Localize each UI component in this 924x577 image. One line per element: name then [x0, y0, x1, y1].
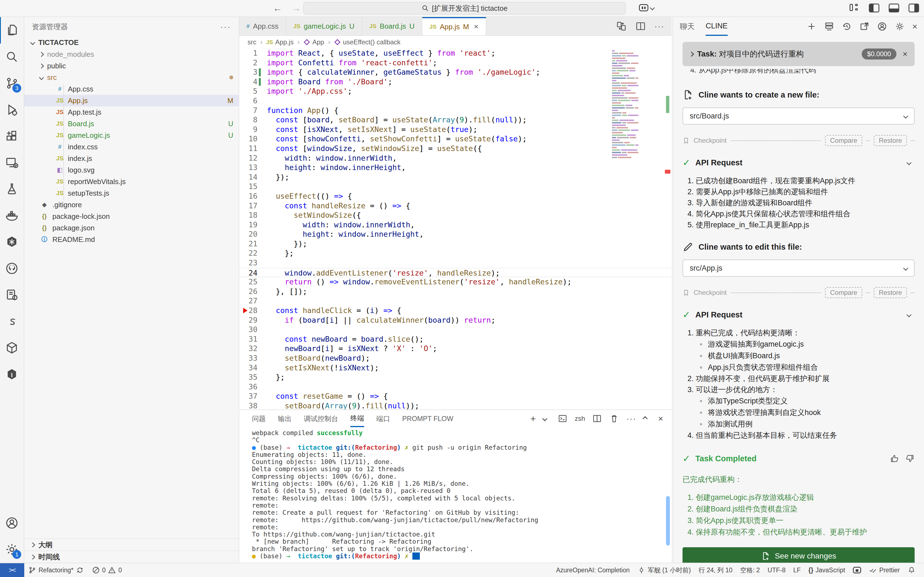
- branch-status[interactable]: Refactoring*: [24, 563, 88, 577]
- customize-layout-icon[interactable]: [849, 3, 859, 13]
- task-header[interactable]: Task: 对项目中的代码进行重构 $0.0000 ×: [682, 42, 914, 66]
- editor-tab-Board.js[interactable]: JSBoard.jsU: [362, 17, 422, 35]
- thumbs-up-icon[interactable]: [890, 454, 899, 463]
- tree-item-node_modules[interactable]: node_modules: [24, 48, 239, 60]
- explorer-icon[interactable]: [0, 17, 24, 44]
- thumbs-down-icon[interactable]: [905, 454, 914, 463]
- toggle-panel-icon[interactable]: [889, 3, 899, 12]
- see-new-changes-button[interactable]: See new changes: [682, 547, 914, 562]
- editor-tab-App.css[interactable]: #App.css: [239, 17, 286, 35]
- command-center-search[interactable]: [扩展开发宿主] tictactoe: [303, 2, 626, 15]
- tree-item-App.js[interactable]: JSApp.jsM: [24, 95, 239, 106]
- split-editor-icon[interactable]: [635, 21, 646, 32]
- tree-item-gameLogic.js[interactable]: JSgameLogic.jsU: [24, 129, 239, 141]
- panel-tab-PROMPT FLOW[interactable]: PROMPT FLOW: [402, 410, 453, 427]
- compare-button[interactable]: Compare: [825, 135, 862, 146]
- editor-tab-gameLogic.js[interactable]: JSgameLogic.jsU: [286, 17, 362, 35]
- close-panel-icon[interactable]: ×: [658, 414, 663, 424]
- split-terminal-icon[interactable]: [592, 414, 602, 424]
- explorer-more-icon[interactable]: ···: [220, 22, 231, 31]
- nav-forward-icon[interactable]: →: [292, 3, 301, 13]
- settings-icon[interactable]: [895, 21, 905, 32]
- tree-item-setupTests.js[interactable]: JSsetupTests.js: [24, 187, 239, 199]
- terminal-dropdown-icon[interactable]: [542, 416, 547, 421]
- history-icon[interactable]: [842, 21, 852, 32]
- code-editor[interactable]: 1import React, { useState, useEffect } f…: [239, 48, 671, 409]
- breadcrumb-item[interactable]: src: [248, 38, 256, 46]
- tree-item-Board.js[interactable]: JSBoard.jsU: [24, 118, 239, 129]
- panel-tab-问题[interactable]: 问题: [252, 410, 266, 427]
- remote-indicator[interactable]: ><: [0, 563, 24, 577]
- copilot-button[interactable]: [639, 4, 658, 11]
- panel-tab-调试控制台[interactable]: 调试控制台: [304, 410, 338, 427]
- panel-tab-端口[interactable]: 端口: [376, 410, 390, 427]
- tree-item-App.css[interactable]: #App.css: [24, 83, 239, 95]
- tab-chat[interactable]: 聊天: [680, 17, 695, 36]
- tab-cline[interactable]: CLINE: [706, 17, 728, 36]
- breadcrumb[interactable]: src›JSApp.js›App›useEffect() callback: [239, 36, 671, 48]
- edit-file-path-dropdown[interactable]: src/App.js: [682, 259, 914, 277]
- close-tab-icon[interactable]: ×: [474, 22, 478, 31]
- panel-tab-输出[interactable]: 输出: [278, 410, 292, 427]
- extension-hex-icon[interactable]: [0, 361, 24, 387]
- copilot-status[interactable]: [849, 563, 865, 577]
- language-status[interactable]: {} JavaScript: [805, 563, 849, 577]
- timeline-section[interactable]: 时间线: [24, 551, 239, 562]
- tree-item-package.json[interactable]: {}package.json: [24, 222, 239, 234]
- maximize-panel-icon[interactable]: [643, 416, 648, 421]
- api-request-2-heading[interactable]: ✓ API Request: [682, 309, 914, 320]
- eol-status[interactable]: LF: [790, 563, 805, 577]
- more-actions-icon[interactable]: ···: [626, 414, 636, 423]
- more-actions-icon[interactable]: ···: [655, 21, 664, 31]
- create-file-path-dropdown[interactable]: src/Board.js: [682, 108, 914, 124]
- jupyter-icon[interactable]: [0, 282, 24, 308]
- tree-item-src[interactable]: src: [24, 72, 239, 83]
- nav-back-icon[interactable]: ←: [273, 3, 282, 13]
- cursor-position-status[interactable]: 行 24, 列 10: [695, 563, 736, 577]
- tree-item-reportWebVitals.js[interactable]: JSreportWebVitals.js: [24, 176, 239, 187]
- task-close-icon[interactable]: ×: [903, 49, 908, 59]
- restore-button[interactable]: Restore: [874, 287, 907, 298]
- breadcrumb-item[interactable]: JSApp.js: [266, 38, 293, 46]
- kill-terminal-icon[interactable]: [609, 414, 619, 424]
- minimap[interactable]: [612, 50, 639, 159]
- extension-s-icon[interactable]: [0, 308, 24, 335]
- terminal-output[interactable]: webpack compiled successfully^C● (base) …: [239, 427, 671, 560]
- compare-button[interactable]: Compare: [825, 287, 862, 298]
- tree-item-package-lock.json[interactable]: {}package-lock.json: [24, 211, 239, 222]
- kubernetes-icon[interactable]: [0, 229, 24, 255]
- tree-item-public[interactable]: public: [24, 60, 239, 72]
- settings-icon[interactable]: 1: [0, 536, 24, 562]
- tree-item-README.md[interactable]: ⓘREADME.md: [24, 234, 239, 245]
- account-icon[interactable]: [0, 510, 24, 536]
- restore-button[interactable]: Restore: [874, 135, 907, 146]
- run-debug-icon[interactable]: [0, 97, 24, 123]
- toggle-sidebar-icon[interactable]: [869, 3, 879, 12]
- breadcrumb-item[interactable]: App: [303, 38, 324, 46]
- azure-openai-status[interactable]: AzureOpenAI: Completion: [552, 563, 634, 577]
- outline-section[interactable]: 大纲: [24, 538, 239, 551]
- api-request-1-heading[interactable]: ✓ API Request: [682, 157, 914, 168]
- editor-tab-App.js[interactable]: JSApp.jsM×: [422, 17, 486, 35]
- explorer-root[interactable]: TICTACTOE: [24, 36, 239, 48]
- extensions-icon[interactable]: [0, 123, 24, 149]
- open-in-editor-icon[interactable]: [859, 21, 870, 32]
- open-changes-icon[interactable]: [616, 21, 627, 32]
- close-icon[interactable]: ×: [912, 21, 918, 32]
- tree-item-.gitignore[interactable]: ◆.gitignore: [24, 199, 239, 211]
- encoding-status[interactable]: UTF-8: [764, 563, 790, 577]
- github-icon[interactable]: [0, 255, 24, 282]
- tree-item-index.js[interactable]: JSindex.js: [24, 153, 239, 164]
- panel-tab-终端[interactable]: 终端: [350, 410, 364, 427]
- problems-status[interactable]: 0 0: [88, 563, 126, 577]
- remote-explorer-icon[interactable]: [0, 149, 24, 176]
- account-icon[interactable]: [877, 21, 887, 32]
- new-task-icon[interactable]: [806, 21, 817, 32]
- breadcrumb-item[interactable]: useEffect() callback: [334, 38, 400, 46]
- notifications-status[interactable]: [904, 563, 919, 577]
- new-terminal-icon[interactable]: +: [531, 413, 536, 424]
- formatter-status[interactable]: Prettier: [865, 563, 904, 577]
- testing-icon[interactable]: [0, 176, 24, 202]
- mcp-servers-icon[interactable]: [824, 21, 834, 32]
- toggle-secondary-sidebar-icon[interactable]: [909, 3, 919, 12]
